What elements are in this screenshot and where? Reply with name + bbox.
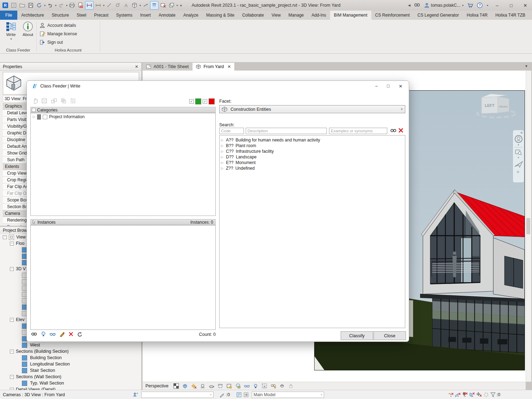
instances-list[interactable] xyxy=(30,225,216,330)
select-links-icon[interactable] xyxy=(447,391,454,398)
view-scale-label[interactable]: Perspective xyxy=(145,383,168,388)
highlight-icon[interactable] xyxy=(41,331,46,337)
crop-region-icon[interactable] xyxy=(226,383,232,389)
close-button[interactable]: ✕ xyxy=(520,0,531,10)
merge-categories-icon[interactable] xyxy=(60,98,67,104)
sync-dropdown-icon[interactable]: ▾ xyxy=(44,4,46,7)
view-tab-title-sheet[interactable]: A001 - Title Sheet xyxy=(143,63,192,71)
render-dialog-icon[interactable] xyxy=(208,383,215,389)
close-view-tab-icon[interactable]: ✕ xyxy=(227,64,231,69)
tree-node-sections-building[interactable]: −Sections (Building Section) xyxy=(0,348,141,355)
temporary-hide-icon[interactable] xyxy=(244,383,250,389)
collapse-icon[interactable]: − xyxy=(3,235,7,239)
tab-analyze[interactable]: Analyze xyxy=(179,11,202,20)
expand-icon[interactable]: ▷ xyxy=(221,161,224,164)
select-by-face-icon[interactable] xyxy=(468,391,476,398)
dialog-close-icon[interactable]: ✕ xyxy=(399,84,402,89)
collapse-search-icon[interactable]: ◀ xyxy=(408,4,411,7)
sign-out-button[interactable]: Sign out xyxy=(40,40,63,45)
help-dropdown-icon[interactable]: ▾ xyxy=(487,4,488,7)
tree-view-stair-section[interactable]: Stair Section xyxy=(0,367,141,374)
customize-qat-icon[interactable]: ▾ xyxy=(180,4,182,7)
minimize-button[interactable]: – xyxy=(492,0,502,10)
classification-item[interactable]: ▷E??Monument xyxy=(221,160,405,165)
account-details-button[interactable]: Account details xyxy=(40,23,76,28)
tab-holixa-t4r[interactable]: Holixa T4R xyxy=(463,11,491,20)
thin-lines-icon[interactable] xyxy=(150,1,159,10)
active-workset-select[interactable]: ˅ xyxy=(141,392,214,398)
expand-icon[interactable]: ▷ xyxy=(221,167,224,170)
open-icon[interactable] xyxy=(18,1,26,9)
tab-cs-reinforcement[interactable]: CS Reinforcement xyxy=(371,11,414,20)
vertical-scrollbar-thumb[interactable] xyxy=(526,218,530,234)
visual-style-icon[interactable] xyxy=(182,383,188,389)
app-store-icon[interactable] xyxy=(467,2,473,8)
dialog-title-bar[interactable]: Class Feeder | Write – □ ✕ xyxy=(27,81,409,91)
view-tab-list-icon[interactable]: ▼ xyxy=(525,64,528,68)
find-icon[interactable] xyxy=(31,332,37,337)
view-lock-icon[interactable] xyxy=(288,383,294,389)
file-menu-icon[interactable] xyxy=(10,1,18,9)
view-tab-from-yard[interactable]: From Yard ✕ xyxy=(192,63,235,71)
help-icon[interactable]: ? xyxy=(477,2,483,8)
categories-tree[interactable]: ▷ Project Information xyxy=(30,113,216,216)
close-dialog-button[interactable]: Close xyxy=(373,331,406,340)
tree-node-detail-views[interactable]: −Detail Views (Detail) xyxy=(0,386,141,390)
scale-icon[interactable] xyxy=(173,383,179,389)
tab-massing-site[interactable]: Massing & Site xyxy=(202,11,238,20)
tab-add-ins[interactable]: Add-Ins xyxy=(307,11,330,20)
clear-icon[interactable] xyxy=(68,332,73,337)
about-button[interactable]: About xyxy=(20,21,36,37)
expand-icon[interactable]: ▷ xyxy=(221,150,224,153)
redo-icon[interactable] xyxy=(57,1,65,9)
code-search-input[interactable] xyxy=(219,128,244,134)
aligned-dimension-icon[interactable] xyxy=(94,1,102,9)
dashed-box-icon[interactable] xyxy=(70,98,76,104)
redo-dropdown-icon[interactable]: ▾ xyxy=(66,4,67,7)
categories-checkbox[interactable] xyxy=(32,108,36,112)
expand-icon[interactable]: ▷ xyxy=(221,144,224,147)
classification-item[interactable]: ▷C??Infrastructure facility xyxy=(221,149,405,154)
displaced-elements-icon[interactable] xyxy=(279,383,285,389)
red-filter-checkbox[interactable]: ✓ xyxy=(203,99,207,104)
background-processes-icon[interactable] xyxy=(483,391,490,398)
default-3d-view-icon[interactable] xyxy=(131,1,138,9)
sync-icon[interactable] xyxy=(35,1,43,9)
save-icon[interactable] xyxy=(27,1,35,9)
measure-icon[interactable] xyxy=(85,1,94,10)
collapse-icon[interactable]: − xyxy=(10,242,14,246)
close-inactive-views-icon[interactable] xyxy=(159,1,167,9)
wheel-dropdown-icon[interactable]: ▼ xyxy=(517,144,520,146)
tab-steel[interactable]: Steel xyxy=(73,11,90,20)
undo-dropdown-icon[interactable]: ▾ xyxy=(55,4,56,7)
tree-view-longitudinal-section[interactable]: Longitudinal Section xyxy=(0,361,141,367)
tag-icon[interactable] xyxy=(114,1,121,9)
tab-structure[interactable]: Structure xyxy=(48,11,73,20)
collapse-icon[interactable]: − xyxy=(10,318,14,322)
filter-3d-icon[interactable] xyxy=(32,98,38,104)
expand-icon[interactable]: ▷ xyxy=(33,115,35,119)
tab-cs-legend-generator[interactable]: CS Legend Generator xyxy=(414,11,463,20)
navbar-close-icon[interactable]: ⊗ xyxy=(520,131,523,134)
search-button-icon[interactable] xyxy=(390,128,397,133)
switch-windows-dropdown-icon[interactable]: ▾ xyxy=(177,4,178,7)
add-to-set-icon[interactable] xyxy=(243,391,250,398)
project-information-checkbox[interactable] xyxy=(43,115,47,119)
classify-button[interactable]: Classify xyxy=(341,331,373,340)
sun-path-icon[interactable] xyxy=(191,383,197,389)
expand-icon[interactable]: ▷ xyxy=(221,138,224,142)
tab-architecture[interactable]: Architecture xyxy=(17,11,48,20)
tab-holixa-t4r-tzb[interactable]: Holixa T4R TZB xyxy=(491,11,529,20)
section-icon[interactable] xyxy=(142,1,149,9)
expand-icon[interactable]: ▷ xyxy=(221,155,224,159)
tab-precast[interactable]: Precast xyxy=(90,11,112,20)
collapse-icon[interactable]: − xyxy=(10,375,14,379)
reveal-hidden-icon[interactable] xyxy=(252,383,259,389)
select-pinned-icon[interactable] xyxy=(461,391,468,398)
temporary-view-properties-icon[interactable]: a xyxy=(261,383,268,389)
model-line-icon[interactable] xyxy=(105,1,113,9)
classification-item[interactable]: ▷A??Building for human needs and human a… xyxy=(221,137,405,143)
zoom-dropdown-icon[interactable]: ▼ xyxy=(517,156,520,159)
design-option-select[interactable]: Main Model˅ xyxy=(252,392,324,398)
drag-on-selection-icon[interactable] xyxy=(476,391,483,398)
